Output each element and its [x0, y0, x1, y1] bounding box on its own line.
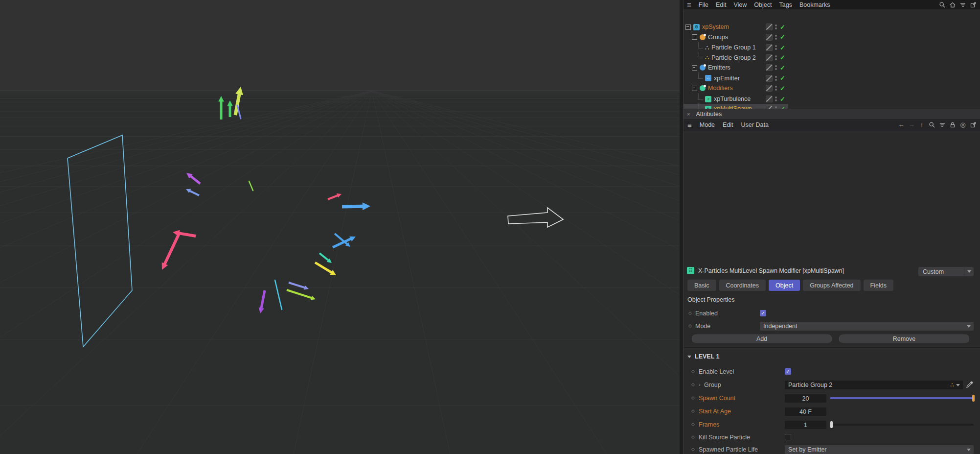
edit-toggle-icon[interactable] — [766, 24, 773, 30]
back-arrow-icon[interactable]: ← — [898, 121, 905, 128]
3d-viewport[interactable] — [0, 0, 680, 454]
up-arrow-icon[interactable]: ↑ — [918, 121, 925, 128]
enabled-check-icon[interactable]: ✓ — [780, 64, 785, 72]
panel-splitter[interactable] — [680, 0, 683, 454]
menu-hamburger-icon[interactable]: ≡ — [687, 1, 691, 8]
tree-item-particle-group-1[interactable]: ∴Particle Group 1✓ — [684, 43, 980, 52]
filter-icon[interactable] — [939, 121, 946, 128]
tab-coordinates[interactable]: Coordinates — [719, 280, 766, 291]
value-field-frames[interactable]: 1 — [785, 421, 826, 429]
group-green-icon — [700, 85, 706, 91]
tab-object[interactable]: Object — [769, 280, 800, 291]
search-icon[interactable] — [939, 1, 946, 8]
param-label: Spawn Count — [699, 395, 735, 402]
level1-header[interactable]: LEVEL 1 — [687, 353, 719, 360]
enabled-check-icon[interactable]: ✓ — [780, 96, 785, 103]
visibility-dots[interactable] — [775, 24, 777, 29]
tree-item-xpsystem[interactable]: ⚙xpSystem✓ — [684, 22, 980, 32]
attr-menu-userdata[interactable]: User Data — [741, 121, 769, 128]
visibility-dots[interactable] — [775, 35, 777, 40]
checkbox-kill-source-particle[interactable] — [785, 434, 791, 440]
search-icon[interactable] — [929, 121, 935, 128]
expander-icon[interactable] — [685, 24, 691, 30]
enabled-check-icon[interactable]: ✓ — [780, 85, 785, 92]
menu-bookmarks[interactable]: Bookmarks — [799, 1, 830, 8]
tree-item-particle-group-2[interactable]: ∴Particle Group 2✓ — [684, 53, 980, 63]
menu-file[interactable]: File — [699, 1, 708, 8]
slider-frames[interactable] — [830, 424, 974, 426]
edit-toggle-icon[interactable] — [766, 85, 773, 92]
visibility-dots[interactable] — [775, 45, 777, 50]
menu-object[interactable]: Object — [754, 1, 772, 8]
menu-edit[interactable]: Edit — [716, 1, 727, 8]
chevron-down-icon — [687, 356, 691, 358]
eyedropper-icon[interactable] — [966, 381, 973, 388]
value-field-start-at-age[interactable]: 40 F — [785, 407, 826, 416]
dropdown-spawned-particle-life[interactable]: Set by Emitter — [785, 445, 974, 454]
target-icon[interactable]: ◎ — [959, 121, 966, 128]
viewport-sky — [0, 0, 680, 91]
add-button[interactable]: Add — [692, 335, 832, 343]
visibility-dots[interactable] — [775, 55, 777, 60]
visibility-dots[interactable] — [775, 96, 777, 101]
expander-icon[interactable] — [692, 34, 697, 40]
edit-toggle-icon[interactable] — [766, 75, 773, 82]
forward-arrow-icon[interactable]: → — [908, 121, 915, 128]
viewport-canvas[interactable] — [0, 0, 680, 454]
filter-icon[interactable] — [959, 1, 966, 8]
expander-icon[interactable] — [692, 86, 697, 91]
tree-connector — [698, 72, 703, 79]
value-field-spawn-count[interactable]: 20 — [785, 394, 826, 403]
edit-toggle-icon[interactable] — [766, 54, 773, 61]
preset-dropdown[interactable]: Custom — [918, 267, 974, 276]
checkbox-enable-level[interactable]: ✓ — [785, 368, 791, 375]
tree-item-controls: ✓ — [766, 74, 785, 82]
edit-toggle-icon[interactable] — [766, 34, 773, 41]
tree-item-xpemitter[interactable]: ∴xpEmitter✓ — [684, 73, 980, 83]
slider-handle[interactable] — [830, 421, 833, 428]
remove-button[interactable]: Remove — [839, 335, 969, 343]
popout-icon[interactable] — [970, 1, 977, 8]
param-label: Group — [704, 382, 721, 388]
enabled-check-icon[interactable]: ✓ — [780, 74, 785, 82]
tree-item-xpturbulence[interactable]: ≈xpTurbulence✓ — [684, 94, 980, 104]
tab-basic[interactable]: Basic — [687, 280, 716, 291]
param-label: Start At Age — [699, 408, 731, 415]
visibility-dots[interactable] — [775, 86, 777, 91]
link-field-group[interactable]: Particle Group 2∴ — [785, 381, 963, 389]
tree-item-emitters[interactable]: Emitters✓ — [684, 63, 980, 72]
tree-item-modifiers[interactable]: Modifiers✓ — [684, 83, 980, 93]
tab-fields[interactable]: Fields — [864, 280, 893, 291]
slider-handle[interactable] — [972, 395, 975, 402]
enabled-check-icon[interactable]: ✓ — [780, 44, 785, 51]
menu-view[interactable]: View — [733, 1, 747, 8]
edit-toggle-icon[interactable] — [766, 64, 773, 71]
tab-groups-affected[interactable]: Groups Affected — [803, 280, 860, 291]
checkbox-enabled[interactable]: ✓ — [760, 310, 766, 316]
home-icon[interactable] — [949, 1, 956, 8]
expand-arrow-icon[interactable]: › — [699, 382, 701, 387]
edit-toggle-icon[interactable] — [766, 44, 773, 51]
attributes-hamburger-icon[interactable]: ≡ — [687, 121, 692, 129]
attr-menu-edit[interactable]: Edit — [723, 121, 733, 128]
edit-toggle-icon[interactable] — [766, 96, 773, 102]
link-value: Particle Group 2 — [785, 382, 950, 388]
lock-icon[interactable] — [949, 121, 956, 128]
tree-item-groups[interactable]: Groups✓ — [684, 32, 980, 42]
object-title: X-Particles MultiLevel Spawn Modifier [x… — [698, 267, 844, 274]
dropdown-mode[interactable]: Independent — [760, 322, 974, 331]
visibility-dots[interactable] — [775, 76, 777, 81]
preset-arrow[interactable] — [964, 267, 974, 276]
expander-icon[interactable] — [692, 65, 697, 71]
diamond-icon: ◇ — [688, 323, 692, 328]
menu-tags[interactable]: Tags — [779, 1, 792, 8]
close-icon[interactable]: × — [687, 111, 690, 117]
visibility-dots[interactable] — [775, 65, 777, 70]
enabled-check-icon[interactable]: ✓ — [780, 33, 785, 41]
attr-menu-mode[interactable]: Mode — [700, 121, 715, 128]
enabled-check-icon[interactable]: ✓ — [780, 54, 785, 61]
slider-spawn-count[interactable] — [830, 397, 974, 399]
popout-icon[interactable] — [970, 121, 977, 128]
diamond-icon: ◇ — [691, 369, 695, 374]
enabled-check-icon[interactable]: ✓ — [780, 24, 785, 31]
